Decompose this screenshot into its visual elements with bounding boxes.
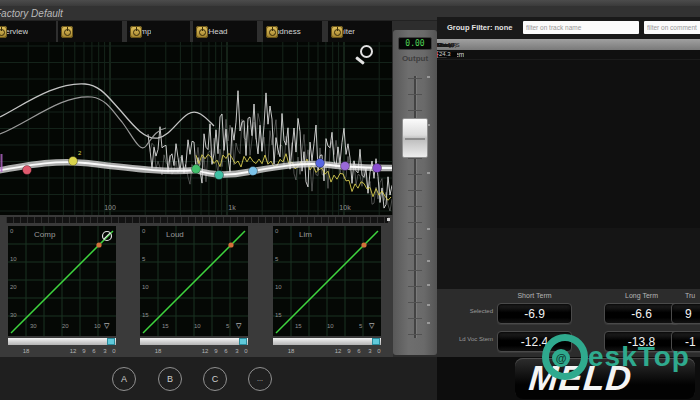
output-label: Output [393, 54, 437, 63]
snapshot-button-B[interactable]: B [158, 367, 182, 391]
graph-param-dot[interactable] [228, 242, 233, 247]
eq-node[interactable] [316, 159, 325, 168]
long-term-header: Long Term [604, 292, 679, 299]
graph-lim: Lim05101515105▽18129630 [273, 226, 381, 357]
y-tick-label: 10 [275, 284, 282, 290]
graph-range-slider[interactable] [273, 338, 381, 345]
y-tick-label: 0 [275, 228, 278, 234]
lufs-value: -24.3 [437, 51, 452, 57]
y-tick-label: 15 [275, 312, 282, 318]
eq-spectrum-panel: 21001k10k [0, 42, 392, 215]
power-toggle-icon[interactable] [196, 26, 208, 38]
scale-label: 3 [103, 348, 106, 354]
scale-label: 0 [112, 348, 115, 354]
graph-db-scale: 18129630 [273, 347, 381, 357]
threshold-marker[interactable]: ▽ [236, 322, 241, 330]
graph-param-dot[interactable] [96, 242, 101, 247]
scale-label: 6 [357, 348, 360, 354]
track-table-header: EnaSMGroupTrackCom..Trim(I)Trim(O)Master… [437, 39, 700, 50]
scale-label: 0 [377, 348, 380, 354]
track-name-filter-input[interactable] [523, 21, 639, 34]
eq-node[interactable] [23, 166, 32, 175]
graph-param-dot[interactable] [361, 242, 366, 247]
track-row[interactable]: ✔SMIFX Stem0.000.00-24.3 [437, 50, 700, 60]
scale-label: 3 [235, 348, 238, 354]
fader-dot [427, 260, 430, 262]
comment-filter-input[interactable] [644, 21, 700, 34]
output-value-display[interactable]: 0.00 [398, 37, 432, 50]
scale-label: 0 [244, 348, 247, 354]
power-toggle-icon[interactable] [130, 26, 142, 38]
graph-db-scale: 18129630 [140, 347, 248, 357]
y-tick-label: 0 [10, 228, 13, 234]
output-fader-handle[interactable] [402, 118, 428, 158]
meld-plugin-window: Factory Default OverviewEQ▾Comp▾MixHead▾… [0, 0, 700, 400]
x-tick-label: 10 [94, 323, 101, 329]
power-toggle-icon[interactable] [331, 26, 343, 38]
graph-range-slider[interactable] [140, 338, 248, 345]
scale-label: 6 [224, 348, 227, 354]
tab-comp[interactable]: Comp▾ [127, 21, 190, 42]
eq-node[interactable] [249, 167, 258, 176]
x-tick-label: 10 [194, 323, 201, 329]
power-toggle-icon[interactable] [266, 26, 278, 38]
eq-node[interactable] [215, 171, 224, 180]
module-tab-bar: OverviewEQ▾Comp▾MixHead▾LoudnessLimiter [0, 21, 392, 42]
watermark-core-icon: @ [552, 349, 570, 367]
dynamics-section: Comp0102030302010▽18129630Loud0510151510… [0, 215, 393, 357]
eq-node[interactable] [373, 164, 382, 173]
eq-node[interactable] [69, 157, 78, 166]
scale-label: 18 [23, 348, 30, 354]
output-fader-strip: 0.00 Output [393, 30, 437, 355]
x-tick-label: 5 [359, 323, 362, 329]
short-term-header: Short Term [497, 292, 572, 299]
snapshot-bar: ABC... [0, 357, 437, 400]
snapshot-button-dotdotdot[interactable]: ... [248, 367, 272, 391]
snapshot-button-A[interactable]: A [112, 367, 136, 391]
freq-axis-label: 10k [339, 204, 351, 211]
y-tick-label: 30 [10, 312, 17, 318]
x-tick-label: 15 [295, 323, 302, 329]
scale-label: 9 [82, 348, 85, 354]
selected-short-term-display: -6.9 [497, 303, 572, 324]
fader-dot [427, 76, 430, 78]
tab-overview[interactable]: Overview [0, 21, 56, 42]
eq-node[interactable] [192, 165, 201, 174]
watermark-text: eskTop [588, 341, 690, 373]
y-tick-label: 10 [10, 256, 17, 262]
graph-title: Lim [299, 230, 312, 239]
tab-eq[interactable]: EQ▾ [58, 21, 122, 42]
scale-label: 12 [335, 348, 342, 354]
selected-true-peak-display: 9 [671, 303, 700, 324]
scale-label: 12 [70, 348, 77, 354]
x-tick-label: 20 [62, 323, 69, 329]
x-tick-label: 5 [226, 323, 229, 329]
graph-db-scale: 18129630 [8, 347, 116, 357]
bypass-icon[interactable] [103, 232, 112, 241]
eq-node[interactable] [341, 162, 350, 171]
slider-handle[interactable] [372, 338, 380, 345]
freq-axis-label: 100 [104, 204, 116, 211]
selected-long-term-display: -6.6 [604, 303, 679, 324]
graph-plot: Loud05101515105▽ [140, 226, 248, 336]
fader-dot [427, 284, 430, 286]
tab-limiter[interactable]: Limiter [328, 21, 392, 42]
group-filter-label[interactable]: Group Filter: none [447, 23, 512, 32]
y-tick-label: 0 [142, 228, 145, 234]
y-tick-label: 15 [142, 312, 149, 318]
tab-mixhead[interactable]: MixHead▾ [193, 21, 257, 42]
threshold-marker[interactable]: ▽ [369, 322, 374, 330]
fader-scale-dots [427, 76, 430, 338]
graph-range-slider[interactable] [8, 338, 116, 345]
slider-handle[interactable] [239, 338, 247, 345]
slider-handle[interactable] [107, 338, 115, 345]
tab-loudness[interactable]: Loudness [263, 21, 322, 42]
snapshot-button-C[interactable]: C [203, 367, 227, 391]
power-toggle-icon[interactable] [61, 26, 73, 38]
magnifier-icon[interactable] [360, 45, 373, 58]
power-toggle-icon[interactable] [0, 26, 7, 38]
preset-title[interactable]: Factory Default [0, 8, 63, 19]
x-tick-label: 15 [162, 323, 169, 329]
fader-dot [427, 172, 430, 174]
threshold-marker[interactable]: ▽ [104, 322, 109, 330]
